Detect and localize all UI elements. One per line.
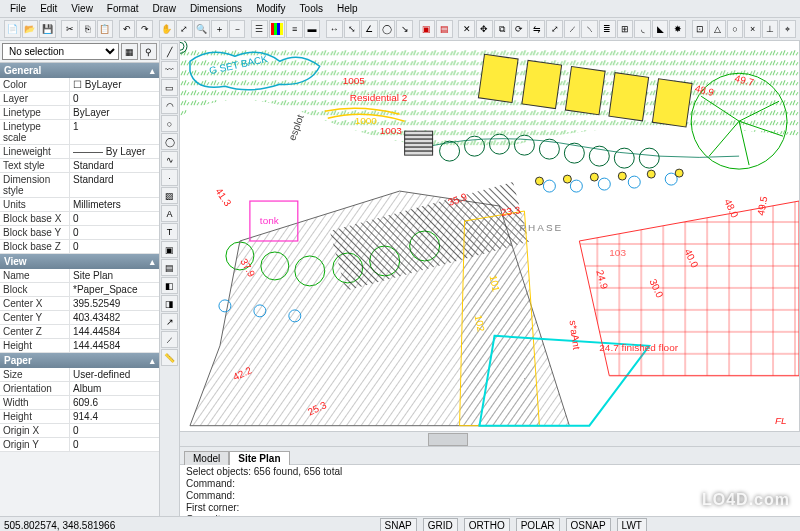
property-row[interactable]: Height914.4 (0, 410, 159, 424)
fillet-icon[interactable]: ◟ (634, 20, 651, 38)
property-value[interactable]: 914.4 (70, 410, 159, 423)
property-value[interactable]: Standard (70, 173, 159, 197)
property-value[interactable]: 0 (70, 240, 159, 253)
menu-draw[interactable]: Draw (147, 1, 182, 16)
spline-icon[interactable]: ∿ (161, 151, 178, 168)
ray-icon[interactable]: ↗ (161, 313, 178, 330)
property-value[interactable]: 403.43482 (70, 311, 159, 324)
snap-mid-icon[interactable]: △ (709, 20, 726, 38)
mirror-icon[interactable]: ⇋ (529, 20, 546, 38)
dim-linear-icon[interactable]: ↔ (326, 20, 343, 38)
horizontal-scrollbar[interactable] (180, 431, 800, 446)
paste-icon[interactable]: 📋 (97, 20, 114, 38)
new-icon[interactable]: 📄 (4, 20, 21, 38)
property-row[interactable]: Color☐ ByLayer (0, 78, 159, 92)
property-row[interactable]: Lineweight——— By Layer (0, 145, 159, 159)
offset-icon[interactable]: ≣ (599, 20, 616, 38)
dim-leader-icon[interactable]: ↘ (396, 20, 413, 38)
property-value[interactable]: Standard (70, 159, 159, 172)
dim-radius-icon[interactable]: ◯ (379, 20, 396, 38)
menu-help[interactable]: Help (331, 1, 364, 16)
cut-icon[interactable]: ✂ (61, 20, 78, 38)
insert-icon[interactable]: ▤ (436, 20, 453, 38)
property-value[interactable]: Millimeters (70, 198, 159, 211)
property-row[interactable]: Block base X0 (0, 212, 159, 226)
copy-icon[interactable]: ⎘ (79, 20, 96, 38)
property-value[interactable]: 395.52549 (70, 297, 159, 310)
move-icon[interactable]: ✥ (476, 20, 493, 38)
toggle-osnap[interactable]: OSNAP (566, 518, 611, 531)
toggle-lwt[interactable]: LWT (617, 518, 647, 531)
color-icon[interactable] (269, 20, 286, 38)
property-value[interactable]: 0 (70, 226, 159, 239)
property-value[interactable]: ByLayer (70, 106, 159, 119)
arc-icon[interactable]: ◠ (161, 97, 178, 114)
dim-angular-icon[interactable]: ∠ (361, 20, 378, 38)
menu-view[interactable]: View (65, 1, 99, 16)
circle-icon[interactable]: ○ (161, 115, 178, 132)
toggle-snap[interactable]: SNAP (380, 518, 417, 531)
property-row[interactable]: Origin Y0 (0, 438, 159, 452)
toggle-ortho[interactable]: ORTHO (464, 518, 510, 531)
region-icon[interactable]: ◧ (161, 277, 178, 294)
property-row[interactable]: Layer0 (0, 92, 159, 106)
toggle-polar[interactable]: POLAR (516, 518, 560, 531)
property-value[interactable]: ☐ ByLayer (70, 78, 159, 91)
property-value[interactable]: *Paper_Space (70, 283, 159, 296)
property-value[interactable]: User-defined (70, 368, 159, 381)
section-view-header[interactable]: View ▴ (0, 254, 159, 269)
scale-icon[interactable]: ⤢ (546, 20, 563, 38)
hatch-icon[interactable]: ▨ (161, 187, 178, 204)
erase-icon[interactable]: ✕ (458, 20, 475, 38)
chamfer-icon[interactable]: ◣ (652, 20, 669, 38)
trim-icon[interactable]: ⟋ (564, 20, 581, 38)
property-row[interactable]: Block*Paper_Space (0, 283, 159, 297)
dim-align-icon[interactable]: ⤡ (344, 20, 361, 38)
zoom-window-icon[interactable]: 🔍 (194, 20, 211, 38)
property-row[interactable]: Block base Z0 (0, 240, 159, 254)
redo-icon[interactable]: ↷ (136, 20, 153, 38)
quick-select-icon[interactable]: ⚲ (140, 43, 157, 60)
property-value[interactable]: 609.6 (70, 396, 159, 409)
scrollbar-thumb[interactable] (428, 433, 468, 446)
snap-perp-icon[interactable]: ⊥ (762, 20, 779, 38)
text-icon[interactable]: A (161, 205, 178, 222)
property-row[interactable]: Center X395.52549 (0, 297, 159, 311)
menu-tools[interactable]: Tools (294, 1, 329, 16)
property-row[interactable]: LinetypeByLayer (0, 106, 159, 120)
undo-icon[interactable]: ↶ (119, 20, 136, 38)
property-row[interactable]: Linetype scale1 (0, 120, 159, 145)
menu-edit[interactable]: Edit (34, 1, 63, 16)
property-value[interactable]: ——— By Layer (70, 145, 159, 158)
property-value[interactable]: 144.44584 (70, 339, 159, 352)
property-value[interactable]: Album (70, 382, 159, 395)
ellipse-icon[interactable]: ◯ (161, 133, 178, 150)
property-value[interactable]: 0 (70, 92, 159, 105)
property-row[interactable]: UnitsMillimeters (0, 198, 159, 212)
tab-model[interactable]: Model (184, 451, 229, 465)
zoom-out-icon[interactable]: － (229, 20, 246, 38)
zoom-extents-icon[interactable]: ⤢ (176, 20, 193, 38)
property-row[interactable]: Center Z144.44584 (0, 325, 159, 339)
mtext-icon[interactable]: T (161, 223, 178, 240)
property-value[interactable]: 0 (70, 424, 159, 437)
property-row[interactable]: OrientationAlbum (0, 382, 159, 396)
property-row[interactable]: NameSite Plan (0, 269, 159, 283)
snap-near-icon[interactable]: ⌖ (779, 20, 796, 38)
property-value[interactable]: 144.44584 (70, 325, 159, 338)
toggle-grid[interactable]: GRID (423, 518, 458, 531)
block-insert-icon[interactable]: ▤ (161, 259, 178, 276)
property-value[interactable]: 1 (70, 120, 159, 144)
command-window[interactable]: Select objects: 656 found, 656 total Com… (180, 464, 800, 516)
block-icon[interactable]: ▣ (419, 20, 436, 38)
measure-icon[interactable]: 📏 (161, 349, 178, 366)
extend-icon[interactable]: ⟍ (581, 20, 598, 38)
menu-format[interactable]: Format (101, 1, 145, 16)
property-row[interactable]: SizeUser-defined (0, 368, 159, 382)
zoom-in-icon[interactable]: ＋ (211, 20, 228, 38)
menu-dimensions[interactable]: Dimensions (184, 1, 248, 16)
section-paper-header[interactable]: Paper ▴ (0, 353, 159, 368)
block-make-icon[interactable]: ▣ (161, 241, 178, 258)
property-value[interactable]: Site Plan (70, 269, 159, 282)
save-icon[interactable]: 💾 (39, 20, 56, 38)
